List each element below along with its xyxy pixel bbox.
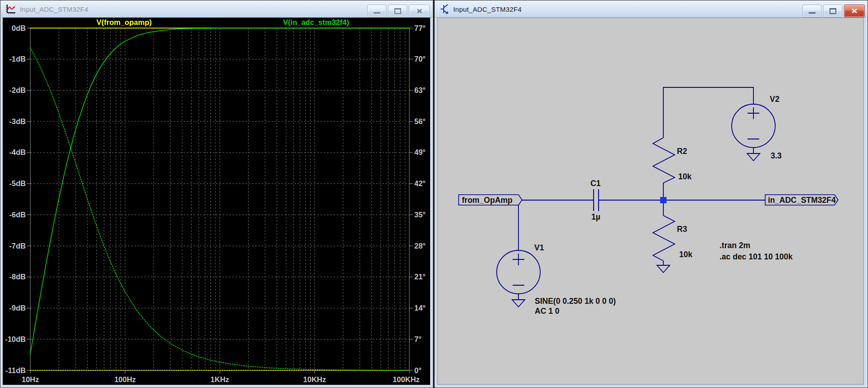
- schematic-app-icon[interactable]: [440, 3, 450, 15]
- y-left-tick-label: -6dB: [9, 211, 26, 219]
- x-tick-label: 10Hz: [22, 375, 39, 383]
- y-right-tick-label: 49°: [414, 148, 426, 156]
- y-left-tick-label: 0dB: [12, 24, 26, 32]
- r2-name[interactable]: R2: [677, 147, 687, 156]
- plot-window-title: Input_ADC_STM32F4: [20, 5, 88, 13]
- x-tick-label: 1KHz: [211, 375, 229, 383]
- close-icon: [851, 8, 858, 14]
- y-right-tick-label: 14°: [414, 304, 426, 312]
- legend-v-in-adc-stm32f4[interactable]: V(in_adc_stm32f4): [283, 18, 349, 26]
- y-left-tick-label: -8dB: [9, 273, 26, 281]
- schematic[interactable]: from_OpAmp in_ADC_STM32F4 C1 1µ V1 SINE(…: [435, 0, 868, 388]
- v1-name[interactable]: V1: [534, 243, 544, 252]
- legend-v-from-opamp[interactable]: V(from_opamp): [96, 18, 152, 26]
- close-button[interactable]: [844, 5, 865, 17]
- waveform-app-icon[interactable]: [5, 4, 16, 14]
- schematic-window-title: Input_ADC_STM32F4: [453, 5, 522, 13]
- y-right-tick-label: 0°: [414, 366, 422, 374]
- y-right-tick-label: 35°: [414, 211, 426, 219]
- r2-value[interactable]: 10k: [678, 172, 691, 181]
- bode-plot[interactable]: 0dB-1dB-2dB-3dB-4dB-5dB-6dB-7dB-8dB-9dB-…: [0, 0, 433, 388]
- net-label-text: from_OpAmp: [462, 196, 513, 205]
- c1-name[interactable]: C1: [590, 179, 601, 188]
- y-left-tick-label: -2dB: [9, 86, 26, 94]
- y-right-tick-label: 28°: [414, 242, 426, 250]
- directive-ac[interactable]: .ac dec 101 10 100k: [719, 252, 793, 261]
- v1-value-sine[interactable]: SINE(0 0.250 1k 0 0 0): [535, 297, 616, 306]
- y-right-tick-label: 63°: [414, 86, 426, 94]
- v1-value-ac[interactable]: AC 1 0: [535, 307, 560, 316]
- y-left-tick-label: -7dB: [9, 242, 26, 250]
- v2-value[interactable]: 3.3: [771, 151, 782, 160]
- plot-background[interactable]: [3, 18, 430, 385]
- directive-tran[interactable]: .tran 2m: [719, 241, 750, 250]
- y-right-tick-label: 21°: [414, 273, 426, 281]
- schematic-editor-window: from_OpAmp in_ADC_STM32F4 C1 1µ V1 SINE(…: [434, 0, 868, 388]
- y-left-tick-label: -3dB: [9, 117, 26, 125]
- y-right-tick-label: 7°: [414, 335, 422, 343]
- minimize-button[interactable]: [367, 5, 386, 17]
- v2-name[interactable]: V2: [770, 95, 780, 104]
- y-left-tick-label: -9dB: [9, 304, 26, 312]
- y-left-tick-label: -5dB: [9, 179, 26, 187]
- r3-name[interactable]: R3: [677, 225, 687, 234]
- y-right-tick-label: 70°: [414, 55, 426, 63]
- y-left-tick-label: -1dB: [9, 55, 26, 63]
- close-icon: [417, 9, 422, 14]
- maximize-button[interactable]: [388, 5, 407, 17]
- waveform-viewer-window: 0dB-1dB-2dB-3dB-4dB-5dB-6dB-7dB-8dB-9dB-…: [0, 0, 433, 388]
- r3-value[interactable]: 10k: [679, 250, 692, 259]
- close-button[interactable]: [409, 5, 430, 17]
- y-left-tick-label: -10dB: [5, 335, 26, 343]
- y-left-tick-label: -4dB: [9, 148, 26, 156]
- y-left-tick-label: -11dB: [5, 366, 26, 374]
- net-label-text: in_ADC_STM32F4: [768, 196, 836, 205]
- x-tick-label: 100KHz: [393, 375, 420, 383]
- y-right-tick-label: 42°: [414, 179, 426, 187]
- x-tick-label: 100Hz: [114, 375, 136, 383]
- minimize-button[interactable]: [802, 5, 821, 17]
- y-right-tick-label: 77°: [414, 24, 426, 32]
- net-label-in-adc-stm32f4[interactable]: in_ADC_STM32F4: [765, 195, 838, 205]
- wire-junction: [660, 197, 667, 203]
- x-tick-label: 10KHz: [303, 375, 326, 383]
- c1-value[interactable]: 1µ: [591, 212, 600, 221]
- y-right-tick-label: 56°: [414, 117, 426, 125]
- maximize-button[interactable]: [823, 5, 842, 17]
